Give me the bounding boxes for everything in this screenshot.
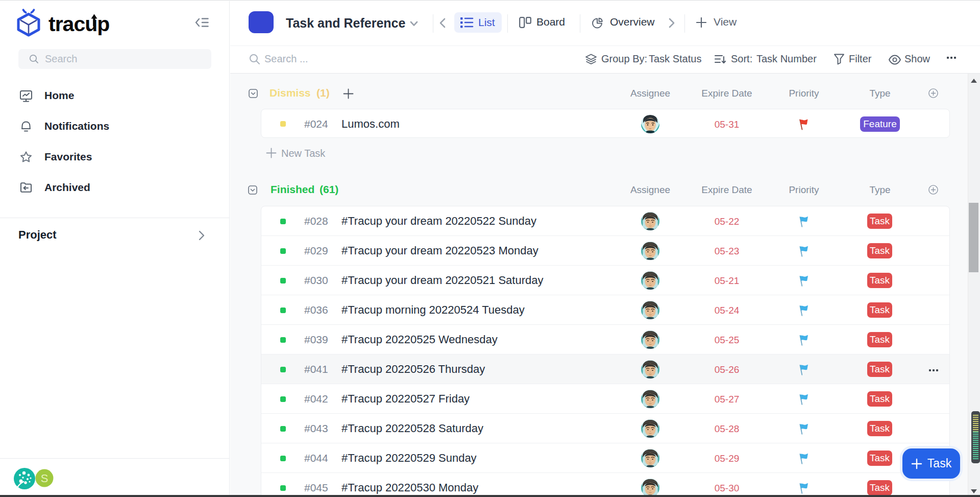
svg-text:S: S — [41, 472, 48, 485]
svg-text:tracup: tracup — [48, 12, 109, 36]
